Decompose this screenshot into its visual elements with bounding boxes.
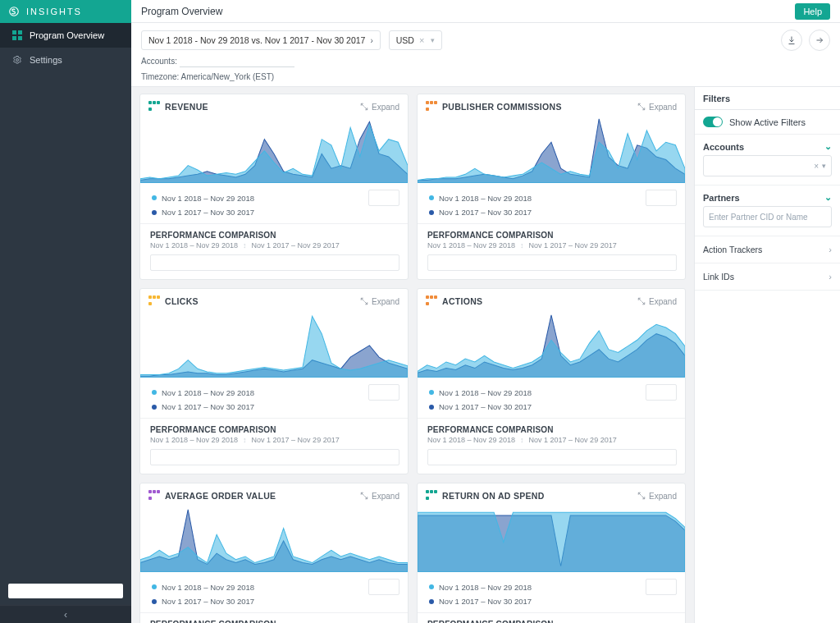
card-publisher_commissions: PUBLISHER COMMISSIONS Expand Nov 1 2018 … <box>417 94 686 280</box>
legend-value-box <box>368 579 399 595</box>
expand-label: Expand <box>372 297 399 306</box>
expand-button[interactable]: Expand <box>360 297 399 306</box>
legend-label-b: Nov 1 2017 – Nov 30 2017 <box>439 597 532 606</box>
swap-icon <box>520 241 524 250</box>
help-button[interactable]: Help <box>795 3 830 20</box>
legend-value-box <box>368 384 399 401</box>
swap-icon <box>520 436 524 444</box>
performance-comparison: PERFORMANCE COMPARISON Nov 1 2018 – Nov … <box>418 224 685 279</box>
card-title: ACTIONS <box>442 296 482 306</box>
legend-value-box <box>646 579 677 595</box>
pc-title: PERFORMANCE COMPARISON <box>150 620 399 623</box>
card-title: AVERAGE ORDER VALUE <box>165 491 276 501</box>
legend: Nov 1 2018 – Nov 29 2018 Nov 1 2017 – No… <box>418 378 685 416</box>
filter-action-trackers[interactable]: Action Trackers › <box>695 236 840 263</box>
card-clicks: CLICKS Expand Nov 1 2018 – Nov 29 2018 N… <box>139 288 409 474</box>
filter-accounts-input[interactable] <box>709 162 814 171</box>
chart-aov <box>140 506 408 572</box>
pc-range-a: Nov 1 2018 – Nov 29 2018 <box>427 241 515 250</box>
card-title: PUBLISHER COMMISSIONS <box>442 102 562 112</box>
daterange-value: Nov 1 2018 - Nov 29 2018 vs. Nov 1 2017 … <box>148 35 365 45</box>
chevron-right-icon: › <box>829 245 832 254</box>
legend-label-a: Nov 1 2018 – Nov 29 2018 <box>162 388 254 397</box>
pc-range-b: Nov 1 2017 – Nov 29 2017 <box>529 241 617 250</box>
filter-partners-head[interactable]: Partners ⌄ <box>695 186 840 206</box>
expand-button[interactable]: Expand <box>360 492 399 501</box>
pc-title: PERFORMANCE COMPARISON <box>427 231 677 240</box>
chart-actions <box>418 312 685 378</box>
chevron-down-icon: ▾ <box>431 36 435 44</box>
daterange-picker[interactable]: Nov 1 2018 - Nov 29 2018 vs. Nov 1 2017 … <box>141 30 381 50</box>
performance-comparison: PERFORMANCE COMPARISON Nov 1 2018 – Nov … <box>418 419 685 474</box>
card-accent-icon <box>148 295 160 307</box>
show-active-filters-label: Show Active Filters <box>729 117 806 127</box>
legend-value-box <box>368 190 399 206</box>
card-accent-icon <box>148 101 160 112</box>
sidebar-collapse-bar[interactable]: ‹ <box>0 605 131 623</box>
filter-partners-label: Partners <box>703 193 740 203</box>
swap-icon <box>243 436 247 444</box>
brand-bar: INSIGHTS <box>0 0 131 23</box>
legend-value-box <box>646 384 677 401</box>
card-title: REVENUE <box>165 102 208 112</box>
expand-button[interactable]: Expand <box>637 297 677 306</box>
pc-range-b: Nov 1 2017 – Nov 29 2017 <box>252 241 340 250</box>
currency-select[interactable]: USD × ▾ <box>389 30 443 50</box>
chart-clicks <box>140 312 408 378</box>
dashboard-scroll[interactable]: REVENUE Expand Nov 1 2018 – Nov 29 2018 … <box>131 87 694 623</box>
card-accent-icon <box>426 295 437 307</box>
svg-rect-4 <box>18 36 22 40</box>
pc-range-b: Nov 1 2017 – Nov 29 2017 <box>529 436 617 444</box>
chart-publisher_commissions <box>418 117 685 183</box>
nav-item-label: Settings <box>30 55 62 65</box>
go-button[interactable] <box>809 30 830 51</box>
pc-value-box <box>150 449 399 465</box>
expand-button[interactable]: Expand <box>637 492 677 501</box>
legend-bullet-b <box>152 210 157 215</box>
accounts-input[interactable] <box>180 56 294 67</box>
filter-accounts-head[interactable]: Accounts ⌄ <box>695 135 840 155</box>
performance-comparison: PERFORMANCE COMPARISON Nov 1 2018 – Nov … <box>140 419 408 474</box>
expand-button[interactable]: Expand <box>360 103 399 112</box>
legend-bullet-a <box>152 390 157 395</box>
performance-comparison: PERFORMANCE COMPARISON Nov 1 2018 – Nov … <box>140 613 408 623</box>
clear-icon[interactable]: × <box>419 35 424 45</box>
sidebar: INSIGHTS Program Overview Settings ‹ <box>0 0 131 623</box>
chevron-right-icon: › <box>829 272 832 282</box>
svg-rect-3 <box>12 36 16 40</box>
card-accent-icon <box>148 490 160 502</box>
legend-label-b: Nov 1 2017 – Nov 30 2017 <box>162 597 254 606</box>
pc-range-a: Nov 1 2018 – Nov 29 2018 <box>427 436 515 444</box>
legend-bullet-b <box>152 405 157 410</box>
card-accent-icon <box>426 101 437 112</box>
filter-partners-input[interactable] <box>709 213 826 222</box>
chevron-down-icon: ▾ <box>822 162 826 170</box>
clear-icon[interactable]: × <box>814 162 819 171</box>
expand-button[interactable]: Expand <box>637 103 677 112</box>
filter-accounts-input-wrap: × ▾ <box>703 155 832 176</box>
legend-bullet-b <box>429 210 434 215</box>
accounts-line: Accounts: <box>141 56 830 67</box>
show-active-filters-toggle[interactable] <box>703 117 723 127</box>
pc-value-box <box>427 254 677 271</box>
legend-bullet-a <box>429 390 434 395</box>
filter-link-ids-label: Link IDs <box>703 272 734 282</box>
pc-range-b: Nov 1 2017 – Nov 29 2017 <box>252 436 340 444</box>
pc-title: PERFORMANCE COMPARISON <box>150 231 399 240</box>
chevron-down-icon: ⌄ <box>824 141 832 152</box>
filter-link-ids[interactable]: Link IDs › <box>695 263 840 291</box>
nav-item-program-overview[interactable]: Program Overview <box>0 23 131 48</box>
chart-revenue <box>140 117 408 183</box>
currency-value: USD <box>396 35 414 45</box>
nav-item-settings[interactable]: Settings <box>0 48 131 72</box>
pc-title: PERFORMANCE COMPARISON <box>150 425 399 434</box>
card-aov: AVERAGE ORDER VALUE Expand Nov 1 2018 – … <box>139 483 409 623</box>
nav-item-label: Program Overview <box>30 30 104 40</box>
timezone-value: America/New_York (EST) <box>181 72 275 81</box>
nav: Program Overview Settings <box>0 23 131 72</box>
expand-label: Expand <box>372 103 399 112</box>
expand-label: Expand <box>649 492 677 501</box>
download-button[interactable] <box>781 30 802 51</box>
legend-bullet-b <box>152 599 157 604</box>
legend-label-b: Nov 1 2017 – Nov 30 2017 <box>439 208 532 217</box>
